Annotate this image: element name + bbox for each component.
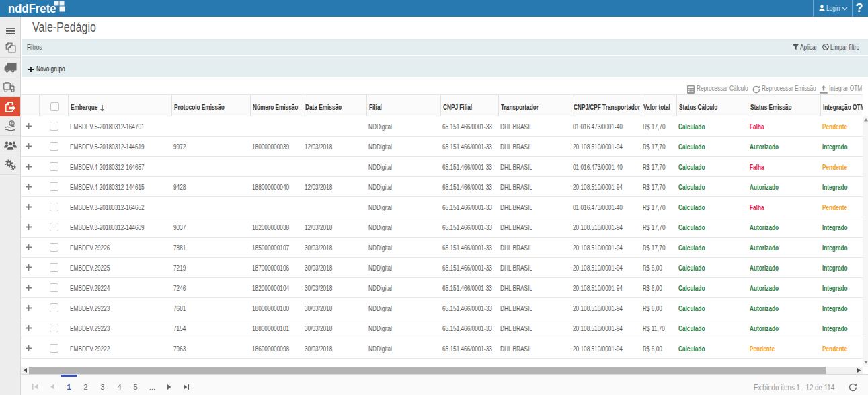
svg-text:$: $: [10, 121, 13, 126]
